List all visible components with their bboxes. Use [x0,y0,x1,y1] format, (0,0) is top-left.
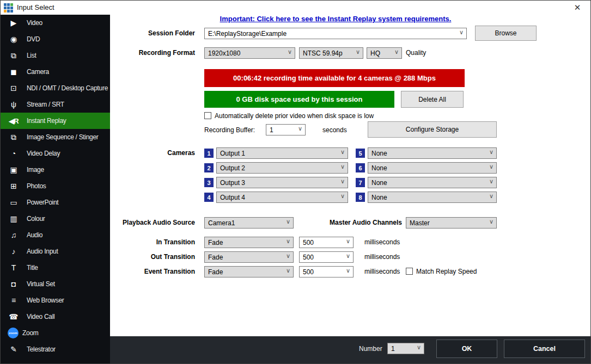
chevron-down-icon: ∨ [489,178,493,185]
in-transition-unit-label: milliseconds [364,238,400,246]
out-transition-effect-combo[interactable]: Fade∨ [204,251,294,263]
chevron-down-icon: ∨ [459,29,464,36]
chevron-down-icon: ∨ [340,163,345,170]
close-icon[interactable]: ✕ [570,1,585,15]
ok-button[interactable]: OK [436,340,497,358]
sidebar-item-stream[interactable]: ψStream / SRT [1,96,110,113]
match-replay-speed-checkbox[interactable] [406,268,413,275]
sidebar-item-zoom[interactable]: zoomZoom [1,325,110,341]
camera-6-badge: 6 [356,163,365,172]
number-label: Number [359,345,382,353]
out-transition-duration-combo[interactable]: 500∨ [299,251,354,263]
event-transition-label: Event Transition [118,268,195,275]
in-transition-duration-combo[interactable]: 500∨ [299,237,354,248]
quality-label: Quality [406,49,426,57]
video-icon: ▶ [5,18,22,27]
recording-format-label: Recording Format [118,49,195,57]
chevron-down-icon: ∨ [346,252,350,260]
chevron-down-icon: ∨ [286,267,290,274]
chevron-down-icon: ∨ [298,125,302,132]
camera-4-combo[interactable]: Output 4∨ [216,192,348,203]
sidebar-item-video-call[interactable]: ☎Video Call [1,309,110,325]
quality-combo[interactable]: HQ ∨ [367,47,402,59]
camera-icon: ◼ [5,67,22,76]
sidebar-item-title[interactable]: TTitle [1,260,110,276]
microphone-input-icon: ♪ [5,247,22,256]
camera-7-badge: 7 [356,178,365,187]
sidebar-item-virtual-set[interactable]: ◘Virtual Set [1,276,110,292]
sidebar-item-list[interactable]: ⧉List [1,47,110,64]
camera-5-badge: 5 [356,149,365,158]
camera-7-combo[interactable]: None∨ [368,177,497,188]
clock-icon: ◔ [5,149,22,158]
number-combo[interactable]: 1 ∨ [387,343,424,354]
event-transition-effect-combo[interactable]: Fade∨ [204,266,294,277]
session-folder-combo[interactable]: E:\ReplayStorage\Example ∨ [204,28,467,39]
sidebar-item-dvd[interactable]: ◉DVD [1,31,110,47]
sidebar-item-colour[interactable]: ▥Colour [1,211,110,227]
chevron-down-icon: ∨ [340,178,345,185]
camera-8-combo[interactable]: None∨ [368,192,497,203]
camera-2-combo[interactable]: Output 2∨ [216,162,348,174]
photos-icon: ⊞ [5,182,22,190]
chevron-down-icon: ∨ [356,48,360,55]
recording-buffer-combo[interactable]: 1 ∨ [266,124,306,135]
vmix-logo-icon [4,3,13,13]
system-requirements-link[interactable]: Important: Click here to see the Instant… [204,15,467,23]
camera-3-badge: 3 [204,178,214,187]
chevron-down-icon: ∨ [489,163,493,170]
sidebar-item-image-sequence[interactable]: ⧉Image Sequence / Stinger [1,129,110,145]
camera-1-combo[interactable]: Output 1∨ [216,147,348,159]
image-stack-icon: ⧉ [5,133,22,142]
camera-4-badge: 4 [204,193,214,202]
configure-storage-button[interactable]: Configure Storage [368,121,497,138]
sidebar-item-video[interactable]: ▶Video [1,15,110,31]
master-audio-channels-combo[interactable]: Master ∨ [406,217,497,229]
seconds-label: seconds [322,126,347,134]
dvd-icon: ◉ [5,35,22,44]
browse-button[interactable]: Browse [475,26,537,41]
list-icon: ⧉ [5,51,22,60]
chevron-down-icon: ∨ [417,344,421,351]
chevron-down-icon: ∨ [489,218,493,225]
session-folder-label: Session Folder [118,29,195,37]
disk-space-banner: 0 GB disk space used by this session [204,91,394,108]
auto-delete-label: Automatically delete prior video when di… [215,112,374,120]
framerate-combo[interactable]: NTSC 59.94p ∨ [299,47,363,59]
sidebar-item-instant-replay[interactable]: ◀RInstant Replay [1,113,110,129]
resolution-combo[interactable]: 1920x1080 ∨ [204,47,295,59]
sidebar-item-image[interactable]: ▣Image [1,162,110,178]
sidebar-item-audio-input[interactable]: ♪Audio Input [1,243,110,260]
in-transition-effect-combo[interactable]: Fade∨ [204,237,294,248]
camera-8-badge: 8 [356,193,365,202]
window-title: Input Select [17,1,54,15]
sidebar-item-photos[interactable]: ⊞Photos [1,178,110,194]
sidebar-item-web-browser[interactable]: ≡Web Browser [1,292,110,309]
chevron-down-icon: ∨ [286,218,290,225]
sidebar-item-camera[interactable]: ◼Camera [1,64,110,80]
playback-audio-source-label: Playback Audio Source [118,219,195,226]
sidebar-item-video-delay[interactable]: ◔Video Delay [1,145,110,162]
in-transition-label: In Transition [118,238,195,246]
delete-all-button[interactable]: Delete All [401,91,464,108]
playback-audio-source-combo[interactable]: Camera1 ∨ [204,217,294,229]
auto-delete-checkbox[interactable] [204,112,211,119]
antenna-icon: ψ [5,100,22,109]
chevron-down-icon: ∨ [340,193,345,200]
chevron-down-icon: ∨ [340,149,345,156]
cancel-button[interactable]: Cancel [504,340,585,358]
camera-3-combo[interactable]: Output 3∨ [216,177,348,188]
match-replay-speed-label: Match Replay Speed [416,268,477,275]
sidebar-item-audio[interactable]: ♫Audio [1,227,110,243]
camera-6-combo[interactable]: None∨ [368,162,497,174]
monitor-icon: ⊡ [5,84,22,92]
recording-time-banner: 00:06:42 recording time available for 4 … [204,69,465,87]
sidebar-item-powerpoint[interactable]: ▭PowerPoint [1,194,110,211]
event-transition-duration-combo[interactable]: 500∨ [299,266,354,277]
sidebar-item-telestrator[interactable]: ✎Telestrator [1,341,110,357]
sidebar-item-ndi[interactable]: ⊡NDI / OMT / Desktop Capture [1,80,110,96]
chevron-down-icon: ∨ [288,48,292,55]
virtual-set-icon: ◘ [5,280,22,288]
input-select-dialog: Input Select ✕ ▶Video ◉DVD ⧉List ◼Camera… [0,0,591,364]
camera-5-combo[interactable]: None∨ [368,147,497,159]
